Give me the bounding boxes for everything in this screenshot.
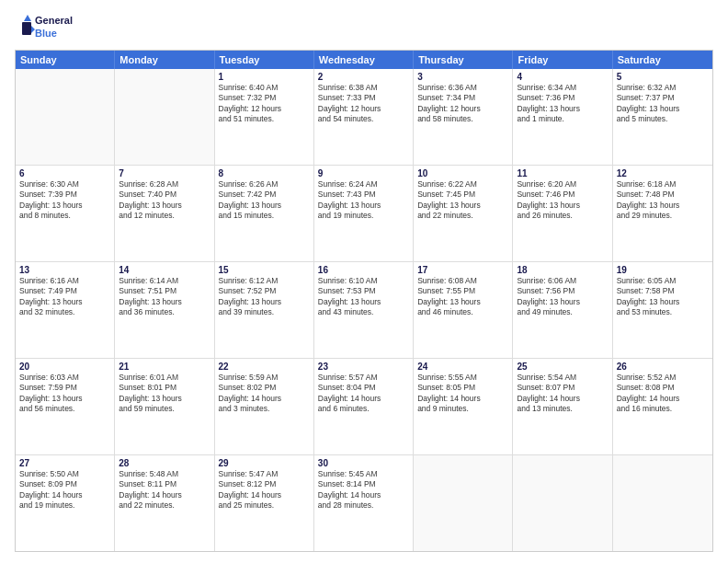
day-info: Sunrise: 5:55 AM Sunset: 8:05 PM Dayligh… xyxy=(417,373,508,415)
day-header-sunday: Sunday xyxy=(16,51,115,69)
day-number: 27 xyxy=(19,458,110,468)
day-number: 18 xyxy=(517,265,608,275)
day-info: Sunrise: 6:32 AM Sunset: 7:37 PM Dayligh… xyxy=(617,83,709,125)
day-cell: 25Sunrise: 5:54 AM Sunset: 8:07 PM Dayli… xyxy=(513,359,612,454)
day-header-monday: Monday xyxy=(115,51,214,69)
day-header-friday: Friday xyxy=(513,51,612,69)
calendar-row-3: 13Sunrise: 6:16 AM Sunset: 7:49 PM Dayli… xyxy=(16,261,712,358)
day-info: Sunrise: 6:30 AM Sunset: 7:39 PM Dayligh… xyxy=(19,179,110,222)
day-number: 4 xyxy=(517,72,608,82)
day-info: Sunrise: 5:59 AM Sunset: 8:02 PM Dayligh… xyxy=(219,373,310,415)
day-number: 17 xyxy=(417,265,508,275)
day-info: Sunrise: 6:36 AM Sunset: 7:34 PM Dayligh… xyxy=(417,83,508,125)
day-cell: 16Sunrise: 6:10 AM Sunset: 7:53 PM Dayli… xyxy=(314,262,414,358)
calendar-header: SundayMondayTuesdayWednesdayThursdayFrid… xyxy=(16,51,712,69)
day-cell: 3Sunrise: 6:36 AM Sunset: 7:34 PM Daylig… xyxy=(414,69,513,165)
day-cell: 23Sunrise: 5:57 AM Sunset: 8:04 PM Dayli… xyxy=(314,359,414,454)
logo: General Blue xyxy=(15,11,79,44)
day-info: Sunrise: 5:48 AM Sunset: 8:11 PM Dayligh… xyxy=(119,469,210,511)
day-cell: 10Sunrise: 6:22 AM Sunset: 7:45 PM Dayli… xyxy=(414,166,513,261)
day-cell: 30Sunrise: 5:45 AM Sunset: 8:14 PM Dayli… xyxy=(314,455,414,551)
day-cell: 29Sunrise: 5:47 AM Sunset: 8:12 PM Dayli… xyxy=(215,455,314,551)
day-number: 12 xyxy=(617,168,709,178)
day-info: Sunrise: 6:05 AM Sunset: 7:58 PM Dayligh… xyxy=(617,276,709,318)
day-cell: 4Sunrise: 6:34 AM Sunset: 7:36 PM Daylig… xyxy=(513,69,612,165)
day-info: Sunrise: 5:57 AM Sunset: 8:04 PM Dayligh… xyxy=(318,373,409,415)
day-number: 2 xyxy=(318,72,409,82)
day-number: 29 xyxy=(219,458,310,468)
day-number: 13 xyxy=(19,265,110,275)
day-info: Sunrise: 6:08 AM Sunset: 7:55 PM Dayligh… xyxy=(417,276,508,318)
calendar-row-1: 1Sunrise: 6:40 AM Sunset: 7:32 PM Daylig… xyxy=(16,69,712,165)
day-info: Sunrise: 6:34 AM Sunset: 7:36 PM Dayligh… xyxy=(517,83,608,125)
svg-text:Blue: Blue xyxy=(35,28,57,39)
day-cell xyxy=(513,455,612,551)
day-header-thursday: Thursday xyxy=(414,51,513,69)
day-info: Sunrise: 6:06 AM Sunset: 7:56 PM Dayligh… xyxy=(517,276,608,318)
day-cell: 22Sunrise: 5:59 AM Sunset: 8:02 PM Dayli… xyxy=(215,359,314,454)
day-cell: 12Sunrise: 6:18 AM Sunset: 7:48 PM Dayli… xyxy=(613,166,712,261)
day-info: Sunrise: 6:01 AM Sunset: 8:01 PM Dayligh… xyxy=(119,373,210,415)
calendar-row-4: 20Sunrise: 6:03 AM Sunset: 7:59 PM Dayli… xyxy=(16,358,712,454)
day-info: Sunrise: 6:14 AM Sunset: 7:51 PM Dayligh… xyxy=(119,276,210,318)
day-number: 19 xyxy=(617,265,709,275)
day-info: Sunrise: 6:16 AM Sunset: 7:49 PM Dayligh… xyxy=(19,276,110,318)
day-number: 30 xyxy=(318,458,409,468)
calendar: SundayMondayTuesdayWednesdayThursdayFrid… xyxy=(15,50,713,552)
day-number: 16 xyxy=(318,265,409,275)
day-info: Sunrise: 5:52 AM Sunset: 8:08 PM Dayligh… xyxy=(617,373,709,415)
calendar-body: 1Sunrise: 6:40 AM Sunset: 7:32 PM Daylig… xyxy=(16,69,712,551)
day-number: 25 xyxy=(517,362,608,372)
day-cell: 14Sunrise: 6:14 AM Sunset: 7:51 PM Dayli… xyxy=(115,262,214,358)
day-number: 21 xyxy=(119,362,210,372)
day-cell: 13Sunrise: 6:16 AM Sunset: 7:49 PM Dayli… xyxy=(16,262,115,358)
day-cell: 15Sunrise: 6:12 AM Sunset: 7:52 PM Dayli… xyxy=(215,262,314,358)
day-header-tuesday: Tuesday xyxy=(215,51,314,69)
day-number: 20 xyxy=(19,362,110,372)
day-cell: 1Sunrise: 6:40 AM Sunset: 7:32 PM Daylig… xyxy=(215,69,314,165)
day-cell: 5Sunrise: 6:32 AM Sunset: 7:37 PM Daylig… xyxy=(613,69,712,165)
day-cell: 21Sunrise: 6:01 AM Sunset: 8:01 PM Dayli… xyxy=(115,359,214,454)
day-cell xyxy=(414,455,513,551)
day-header-saturday: Saturday xyxy=(613,51,712,69)
day-info: Sunrise: 6:18 AM Sunset: 7:48 PM Dayligh… xyxy=(617,179,709,222)
day-info: Sunrise: 6:26 AM Sunset: 7:42 PM Dayligh… xyxy=(219,179,310,222)
svg-marker-2 xyxy=(24,15,31,21)
day-number: 7 xyxy=(119,168,210,178)
day-info: Sunrise: 6:40 AM Sunset: 7:32 PM Dayligh… xyxy=(219,83,310,125)
day-info: Sunrise: 5:45 AM Sunset: 8:14 PM Dayligh… xyxy=(318,469,409,511)
day-number: 6 xyxy=(19,168,110,178)
day-cell: 19Sunrise: 6:05 AM Sunset: 7:58 PM Dayli… xyxy=(613,262,712,358)
day-number: 23 xyxy=(318,362,409,372)
logo-wordmark: General Blue xyxy=(15,11,79,44)
day-cell: 24Sunrise: 5:55 AM Sunset: 8:05 PM Dayli… xyxy=(414,359,513,454)
day-info: Sunrise: 5:47 AM Sunset: 8:12 PM Dayligh… xyxy=(219,469,310,511)
day-cell: 6Sunrise: 6:30 AM Sunset: 7:39 PM Daylig… xyxy=(16,166,115,261)
day-number: 3 xyxy=(417,72,508,82)
day-cell: 7Sunrise: 6:28 AM Sunset: 7:40 PM Daylig… xyxy=(115,166,214,261)
day-number: 22 xyxy=(219,362,310,372)
day-cell: 11Sunrise: 6:20 AM Sunset: 7:46 PM Dayli… xyxy=(513,166,612,261)
day-info: Sunrise: 6:22 AM Sunset: 7:45 PM Dayligh… xyxy=(417,179,508,222)
day-number: 5 xyxy=(617,72,709,82)
day-number: 26 xyxy=(617,362,709,372)
svg-rect-3 xyxy=(22,22,31,35)
day-number: 11 xyxy=(517,168,608,178)
day-cell: 26Sunrise: 5:52 AM Sunset: 8:08 PM Dayli… xyxy=(613,359,712,454)
day-cell: 17Sunrise: 6:08 AM Sunset: 7:55 PM Dayli… xyxy=(414,262,513,358)
day-info: Sunrise: 5:50 AM Sunset: 8:09 PM Dayligh… xyxy=(19,469,110,511)
day-cell xyxy=(16,69,115,165)
logo-svg: General Blue xyxy=(15,11,79,44)
day-cell: 2Sunrise: 6:38 AM Sunset: 7:33 PM Daylig… xyxy=(314,69,414,165)
day-info: Sunrise: 6:12 AM Sunset: 7:52 PM Dayligh… xyxy=(219,276,310,318)
day-cell xyxy=(613,455,712,551)
day-cell: 9Sunrise: 6:24 AM Sunset: 7:43 PM Daylig… xyxy=(314,166,414,261)
svg-text:General: General xyxy=(35,15,73,26)
day-info: Sunrise: 5:54 AM Sunset: 8:07 PM Dayligh… xyxy=(517,373,608,415)
day-cell: 20Sunrise: 6:03 AM Sunset: 7:59 PM Dayli… xyxy=(16,359,115,454)
day-info: Sunrise: 6:20 AM Sunset: 7:46 PM Dayligh… xyxy=(517,179,608,222)
day-number: 10 xyxy=(417,168,508,178)
day-header-wednesday: Wednesday xyxy=(314,51,414,69)
day-info: Sunrise: 6:28 AM Sunset: 7:40 PM Dayligh… xyxy=(119,179,210,222)
day-number: 9 xyxy=(318,168,409,178)
